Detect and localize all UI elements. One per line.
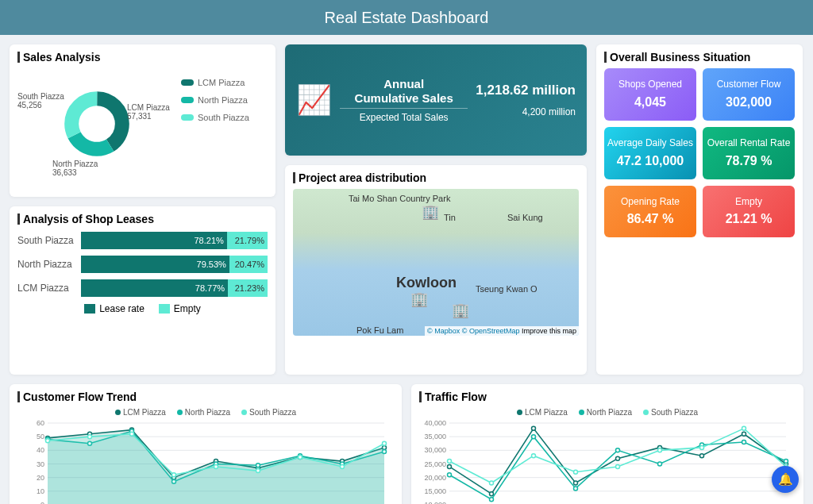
business-tile: Shops Opened4,045 <box>604 68 696 121</box>
kpi-subvalue: 4,200 million <box>476 106 576 117</box>
map-card: Project area distribution Tai Mo Shan Co… <box>285 165 587 375</box>
card-title: Project area distribution <box>293 171 579 184</box>
kpi-banner: 📈 AnnualCumulative Sales Expected Total … <box>285 44 587 156</box>
customer-flow-chart: 0102030405060JanFebMarAprMayJunJulAugSep <box>17 420 391 504</box>
svg-text:60: 60 <box>37 420 44 427</box>
svg-text:30,000: 30,000 <box>424 446 446 454</box>
map-canvas[interactable]: Tai Mo Shan Country Park Tin Sai Kung Ts… <box>293 189 579 336</box>
chart-legend: LCM Piazza North Piazza South Piazza <box>17 408 394 417</box>
svg-point-100 <box>658 448 662 452</box>
svg-point-77 <box>448 464 452 468</box>
svg-point-84 <box>742 432 746 436</box>
svg-text:15,000: 15,000 <box>424 487 446 495</box>
svg-text:10,000: 10,000 <box>424 501 446 504</box>
svg-point-101 <box>700 445 704 449</box>
svg-point-50 <box>256 469 260 473</box>
svg-point-93 <box>742 441 746 444</box>
lease-row: South Piazza78.21%21.79% <box>17 232 268 249</box>
svg-point-47 <box>130 432 134 436</box>
chart-legend: LCM Piazza North Piazza South Piazza <box>419 408 796 417</box>
svg-text:40,000: 40,000 <box>424 420 446 427</box>
svg-text:10: 10 <box>37 487 44 495</box>
map-attribution: © Mapbox © OpenStreetMap Improve this ma… <box>425 326 579 336</box>
svg-point-3 <box>84 111 110 137</box>
map-marker-icon[interactable]: 🏢 <box>422 203 439 221</box>
svg-point-46 <box>88 435 92 439</box>
svg-point-91 <box>658 462 662 466</box>
svg-point-52 <box>341 464 345 468</box>
svg-point-49 <box>214 464 218 468</box>
svg-point-81 <box>616 456 620 460</box>
map-label: Tai Mo Shan Country Park <box>349 194 450 203</box>
customer-flow-card: Customer Flow Trend LCM Piazza North Pia… <box>10 384 402 504</box>
svg-point-89 <box>574 487 578 491</box>
map-marker-icon[interactable]: 🏢 <box>452 302 469 319</box>
leases-legend: Lease rate Empty <box>17 303 268 314</box>
map-label: Tin <box>444 213 456 222</box>
svg-text:20: 20 <box>37 474 44 482</box>
sales-donut-chart: LCM Piazza57,331 North Piazza36,633 Sout… <box>17 68 176 179</box>
business-tile: Overall Rental Rate78.79 % <box>703 127 795 179</box>
svg-text:50: 50 <box>37 433 44 441</box>
card-title: Customer Flow Trend <box>17 391 394 403</box>
leases-card: Analysis of Shop Leases South Piazza78.2… <box>10 206 275 375</box>
svg-point-48 <box>172 473 176 477</box>
svg-point-86 <box>448 473 452 477</box>
svg-text:30: 30 <box>37 460 44 468</box>
donut-label-north: North Piazza36,633 <box>52 160 98 177</box>
donut-label-south: South Piazza45,256 <box>17 92 64 110</box>
map-label: Pok Fu Lam <box>356 325 403 335</box>
map-label: Tseung Kwan O <box>476 284 538 294</box>
sales-legend: LCM Piazza North Piazza South Piazza <box>181 68 249 179</box>
business-tile: Customer Flow302,000 <box>703 68 795 121</box>
osm-link[interactable]: © OpenStreetMap <box>462 327 520 335</box>
page-title: Real Estate Dashboard <box>0 0 813 35</box>
business-tile: Average Daily Sales47.2 10,000 <box>604 127 696 179</box>
card-title: Analysis of Shop Leases <box>17 213 268 225</box>
svg-point-90 <box>616 448 620 452</box>
svg-text:40: 40 <box>37 446 44 454</box>
svg-text:0: 0 <box>40 501 44 504</box>
svg-point-102 <box>742 426 746 430</box>
card-title: Sales Analysis <box>17 51 268 63</box>
svg-text:20,000: 20,000 <box>424 474 446 482</box>
map-city: Kowloon <box>396 275 457 291</box>
svg-point-79 <box>532 426 536 430</box>
traffic-flow-card: Traffic Flow LCM Piazza North Piazza Sou… <box>411 384 803 504</box>
business-card: Overall Business Situation Shops Opened4… <box>596 44 803 375</box>
svg-point-99 <box>616 464 620 468</box>
notification-fab[interactable]: 🔔 <box>772 466 799 493</box>
sales-analysis-card: Sales Analysis LCM Piazza57,331 North Pi… <box>10 44 275 197</box>
lease-row: LCM Piazza78.77%21.23% <box>17 279 268 297</box>
card-title: Overall Business Situation <box>604 51 795 63</box>
business-tile: Opening Rate86.47 % <box>604 186 696 238</box>
svg-point-45 <box>46 439 50 443</box>
donut-label-lcm: LCM Piazza57,331 <box>127 103 170 121</box>
svg-point-98 <box>574 470 578 474</box>
business-tile: Empty21.21 % <box>703 186 795 238</box>
svg-point-95 <box>448 460 452 464</box>
svg-point-41 <box>256 464 260 467</box>
svg-point-96 <box>490 481 494 485</box>
svg-text:25,000: 25,000 <box>424 460 446 468</box>
svg-point-97 <box>532 454 536 458</box>
card-title: Traffic Flow <box>419 391 796 403</box>
svg-point-80 <box>574 481 578 485</box>
lease-row: North Piazza79.53%20.47% <box>17 256 268 273</box>
mapbox-link[interactable]: © Mapbox <box>427 327 460 335</box>
traffic-flow-chart: 10,00015,00020,00025,00030,00035,00040,0… <box>419 420 792 504</box>
svg-point-88 <box>532 435 536 439</box>
svg-point-83 <box>700 454 704 458</box>
svg-point-94 <box>784 460 788 464</box>
kpi-value: 1,218.62 million <box>476 83 576 98</box>
map-label: Sai Kung <box>507 213 543 222</box>
svg-point-87 <box>490 498 494 502</box>
svg-text:35,000: 35,000 <box>424 433 446 441</box>
map-marker-icon[interactable]: 🏢 <box>410 290 428 308</box>
svg-point-78 <box>490 492 494 496</box>
svg-point-53 <box>383 441 387 445</box>
growth-icon: 📈 <box>296 83 332 117</box>
svg-point-51 <box>299 455 302 459</box>
